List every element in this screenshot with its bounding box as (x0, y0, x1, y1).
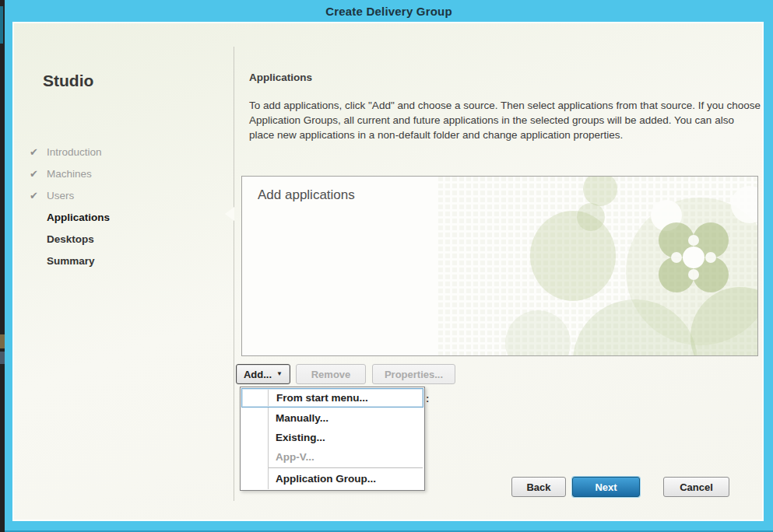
back-button-label: Back (526, 481, 550, 493)
menu-item-app-v: App-V... (241, 447, 424, 467)
studio-brand: Studio (43, 72, 93, 90)
checkmark-icon: ✔ (30, 185, 38, 207)
step-label: Desktops (47, 233, 94, 245)
window-title: Create Delivery Group (325, 5, 452, 18)
add-button-label: Add... (244, 369, 272, 380)
step-label: Machines (47, 168, 92, 180)
step-label: Users (47, 190, 74, 201)
step-label: Applications (47, 212, 110, 223)
sidebar-item-applications: Applications (12, 207, 230, 229)
sidebar-item-machines[interactable]: ✔ Machines (12, 163, 230, 185)
sidebar-divider (234, 47, 234, 501)
page-description: To add applications, click "Add" and cho… (249, 98, 761, 142)
menu-item-application-group[interactable]: Application Group... (241, 469, 424, 488)
titlebar[interactable]: Create Delivery Group (5, 0, 773, 22)
menu-item-manually[interactable]: Manually... (241, 408, 424, 428)
checkmark-icon: ✔ (30, 163, 38, 185)
wizard-steps: ✔ Introduction ✔ Machines ✔ Users Applic… (12, 142, 230, 272)
current-step-pointer-icon (225, 207, 234, 221)
cancel-button-label: Cancel (680, 481, 713, 493)
back-button[interactable]: Back (511, 477, 566, 497)
next-button-label: Next (595, 481, 617, 493)
remove-button-label: Remove (311, 369, 351, 380)
add-button[interactable]: Add... ▼ (236, 364, 290, 384)
page-title: Applications (249, 72, 312, 83)
menu-item-from-start-menu[interactable]: From start menu... (241, 388, 423, 408)
dropdown-arrow-icon: ▼ (276, 371, 283, 377)
sidebar-item-summary: Summary (12, 250, 230, 272)
remove-button: Remove (296, 364, 366, 384)
decorative-bubbles-pattern (242, 177, 757, 355)
menu-separator (269, 467, 423, 468)
checkmark-icon: ✔ (30, 142, 38, 163)
sidebar-item-desktops: Desktops (12, 229, 230, 250)
properties-button-label: Properties... (385, 369, 443, 380)
menu-item-existing[interactable]: Existing... (241, 428, 424, 447)
desktop-edge-accent (0, 6, 3, 44)
next-button[interactable]: Next (572, 477, 640, 497)
wizard-dialog: Studio ✔ Introduction ✔ Machines ✔ Users… (12, 22, 764, 521)
sidebar-item-introduction[interactable]: ✔ Introduction (12, 142, 230, 163)
applications-empty-panel: Add applications (241, 176, 758, 356)
add-dropdown-menu: From start menu... Manually... Existing.… (240, 387, 425, 491)
empty-panel-label: Add applications (258, 187, 355, 203)
obscured-label-fragment: : (426, 393, 429, 404)
sidebar-item-users[interactable]: ✔ Users (12, 185, 230, 207)
cancel-button[interactable]: Cancel (663, 477, 729, 497)
properties-button: Properties... (372, 364, 455, 384)
step-label: Summary (47, 255, 95, 267)
wizard-window: Create Delivery Group Studio ✔ Introduct… (5, 0, 773, 532)
step-label: Introduction (47, 146, 102, 158)
